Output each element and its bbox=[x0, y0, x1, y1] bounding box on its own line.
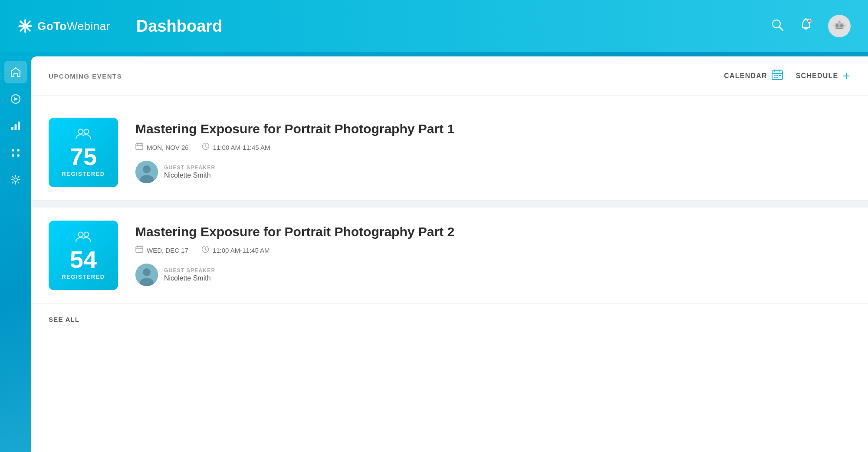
svg-rect-18 bbox=[18, 122, 20, 130]
logo-goto: GoToWebinar bbox=[37, 20, 110, 33]
sidebar-item-home[interactable] bbox=[4, 61, 27, 83]
card-divider bbox=[31, 201, 868, 208]
svg-point-55 bbox=[143, 268, 151, 276]
schedule-button[interactable]: SCHEDULE + bbox=[796, 69, 851, 83]
sidebar-item-settings[interactable] bbox=[4, 168, 27, 191]
speaker-info-2: GUEST SPEAKER Nicolette Smith bbox=[164, 267, 215, 282]
header: GoToWebinar Dashboard bbox=[0, 0, 868, 52]
svg-marker-15 bbox=[14, 97, 18, 101]
sidebar-item-apps[interactable] bbox=[4, 142, 27, 164]
events-list: 75 REGISTERED Mastering Exposure for Por… bbox=[31, 96, 868, 452]
event-time-text-1: 11:00 AM-11:45 AM bbox=[213, 144, 270, 151]
svg-point-45 bbox=[79, 232, 83, 237]
speaker-avatar-2 bbox=[135, 264, 158, 286]
svg-point-20 bbox=[17, 149, 20, 152]
speaker-name-2: Nicolette Smith bbox=[164, 274, 215, 282]
svg-point-4 bbox=[808, 19, 811, 23]
people-icon-2 bbox=[75, 231, 92, 246]
svg-rect-9 bbox=[836, 28, 842, 29]
event-date-1: MON, NOV 26 bbox=[135, 142, 189, 152]
speaker-name-1: Nicolette Smith bbox=[164, 172, 215, 179]
svg-point-0 bbox=[23, 24, 27, 28]
event-name-1: Mastering Exposure for Portrait Photogra… bbox=[135, 122, 851, 136]
date-icon-1 bbox=[135, 142, 143, 152]
event-card-1[interactable]: 75 REGISTERED Mastering Exposure for Por… bbox=[31, 105, 868, 201]
event-meta-1: MON, NOV 26 11:00 AM-11:45 AM bbox=[135, 142, 851, 152]
add-icon: + bbox=[842, 69, 851, 83]
logo-text: GoToWebinar bbox=[37, 20, 110, 33]
registered-label-2: REGISTERED bbox=[62, 274, 105, 280]
page-title: Dashboard bbox=[136, 17, 222, 36]
svg-point-23 bbox=[14, 178, 17, 181]
svg-rect-31 bbox=[774, 77, 776, 78]
date-icon-2 bbox=[135, 245, 143, 255]
svg-point-21 bbox=[12, 154, 14, 157]
event-time-1: 11:00 AM-11:45 AM bbox=[202, 142, 270, 152]
header-icons bbox=[771, 15, 851, 37]
search-icon[interactable] bbox=[771, 18, 784, 34]
event-speaker-2: GUEST SPEAKER Nicolette Smith bbox=[135, 264, 851, 286]
svg-rect-29 bbox=[776, 75, 778, 76]
event-badge-2: 54 REGISTERED bbox=[49, 221, 118, 290]
calendar-icon bbox=[772, 69, 783, 82]
svg-rect-28 bbox=[774, 75, 776, 76]
calendar-button[interactable]: CALENDAR bbox=[724, 69, 783, 82]
event-badge-1: 75 REGISTERED bbox=[49, 118, 118, 187]
event-card-2[interactable]: 54 REGISTERED Mastering Exposure for Por… bbox=[31, 208, 868, 304]
event-time-2: 11:00 AM-11:45 AM bbox=[201, 245, 270, 255]
svg-point-34 bbox=[84, 129, 89, 134]
registered-label-1: REGISTERED bbox=[62, 171, 105, 177]
sidebar bbox=[0, 52, 31, 452]
event-date-text-1: MON, NOV 26 bbox=[147, 144, 189, 151]
svg-rect-32 bbox=[776, 77, 778, 78]
svg-point-43 bbox=[143, 165, 151, 173]
svg-point-22 bbox=[17, 154, 20, 157]
registered-count-2: 54 bbox=[70, 247, 97, 272]
event-meta-2: WED, DEC 17 11:00 AM-11:45 AM bbox=[135, 245, 851, 255]
people-icon-1 bbox=[75, 128, 92, 143]
see-all-button[interactable]: SEE ALL bbox=[49, 316, 851, 323]
registered-count-1: 75 bbox=[70, 145, 97, 169]
time-icon-2 bbox=[201, 245, 209, 255]
main-layout: UPCOMING EVENTS CALENDAR bbox=[0, 52, 868, 452]
event-time-text-2: 11:00 AM-11:45 AM bbox=[213, 247, 270, 254]
svg-rect-30 bbox=[779, 75, 781, 76]
schedule-button-label: SCHEDULE bbox=[796, 72, 838, 80]
svg-point-19 bbox=[12, 149, 14, 152]
event-date-2: WED, DEC 17 bbox=[135, 245, 188, 255]
svg-point-46 bbox=[84, 232, 89, 237]
event-info-2: Mastering Exposure for Portrait Photogra… bbox=[135, 224, 851, 286]
logo-icon bbox=[17, 18, 33, 34]
speaker-role-2: GUEST SPEAKER bbox=[164, 267, 215, 274]
svg-line-41 bbox=[206, 147, 207, 148]
user-avatar[interactable] bbox=[828, 15, 851, 37]
svg-rect-16 bbox=[11, 127, 13, 130]
speaker-avatar-1 bbox=[135, 161, 158, 183]
event-name-2: Mastering Exposure for Portrait Photogra… bbox=[135, 224, 851, 239]
svg-point-11 bbox=[839, 21, 840, 22]
svg-point-33 bbox=[79, 129, 83, 134]
content-area: UPCOMING EVENTS CALENDAR bbox=[31, 56, 868, 452]
svg-rect-17 bbox=[15, 124, 17, 130]
speaker-role-1: GUEST SPEAKER bbox=[164, 165, 215, 171]
svg-line-53 bbox=[205, 250, 207, 251]
svg-rect-35 bbox=[136, 144, 143, 150]
event-speaker-1: GUEST SPEAKER Nicolette Smith bbox=[135, 161, 851, 183]
events-actions: CALENDAR bbox=[724, 69, 851, 83]
sidebar-item-webinars[interactable] bbox=[4, 88, 27, 110]
see-all-section: SEE ALL bbox=[31, 304, 868, 335]
sidebar-item-analytics[interactable] bbox=[4, 115, 27, 137]
time-icon-1 bbox=[202, 142, 210, 152]
logo: GoToWebinar bbox=[17, 18, 110, 34]
events-header: UPCOMING EVENTS CALENDAR bbox=[31, 56, 868, 96]
svg-point-8 bbox=[840, 24, 843, 27]
notification-icon[interactable] bbox=[799, 18, 812, 35]
svg-rect-47 bbox=[136, 247, 143, 253]
calendar-button-label: CALENDAR bbox=[724, 72, 767, 80]
event-info-1: Mastering Exposure for Portrait Photogra… bbox=[135, 122, 851, 183]
svg-line-2 bbox=[779, 27, 783, 30]
svg-point-7 bbox=[836, 24, 838, 27]
event-date-text-2: WED, DEC 17 bbox=[147, 247, 188, 254]
events-section-title: UPCOMING EVENTS bbox=[49, 73, 122, 80]
speaker-info-1: GUEST SPEAKER Nicolette Smith bbox=[164, 165, 215, 179]
